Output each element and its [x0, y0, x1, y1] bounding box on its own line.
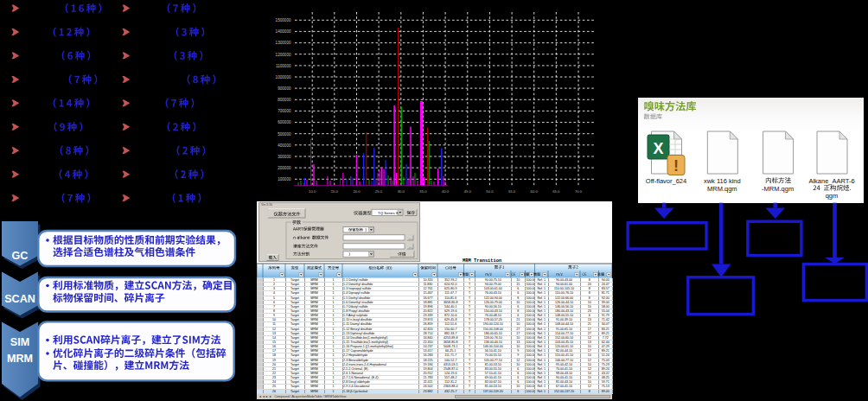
svg-text:55.0: 55.0: [508, 189, 516, 194]
svg-text:40.0: 40.0: [442, 189, 450, 194]
svg-text:200000: 200000: [278, 166, 291, 170]
svg-text:1500000: 1500000: [276, 18, 291, 22]
svg-text:300000: 300000: [278, 155, 291, 159]
svg-text:30.0: 30.0: [398, 189, 405, 194]
svg-text:1400000: 1400000: [276, 29, 291, 34]
svg-text:400000: 400000: [278, 143, 291, 148]
svg-text:600000: 600000: [278, 120, 291, 124]
svg-text:50.0: 50.0: [486, 189, 494, 194]
svg-text:60.0: 60.0: [531, 189, 539, 194]
svg-text:65.0: 65.0: [552, 189, 560, 194]
svg-text:1100000: 1100000: [276, 64, 291, 68]
svg-text:MRM: MRM: [7, 353, 33, 365]
svg-text:500000: 500000: [278, 132, 291, 137]
svg-text:SIM: SIM: [10, 336, 29, 348]
svg-text:...: ...: [409, 245, 412, 249]
svg-text:X: X: [653, 139, 663, 156]
svg-text:SCAN: SCAN: [4, 293, 35, 305]
svg-text:15.0: 15.0: [331, 189, 339, 194]
svg-text:800000: 800000: [278, 98, 291, 102]
svg-text:1200000: 1200000: [276, 53, 291, 57]
svg-text:TQ Series 8: TQ Series 8: [378, 211, 399, 215]
svg-text:70.0: 70.0: [575, 189, 583, 194]
svg-text:1000000: 1000000: [276, 75, 291, 80]
svg-text:!: !: [673, 157, 679, 175]
svg-text:100000: 100000: [278, 177, 291, 181]
svg-text:...: ...: [409, 236, 412, 240]
svg-text:10.0: 10.0: [309, 189, 316, 194]
svg-text:700000: 700000: [278, 109, 291, 113]
svg-text:900000: 900000: [278, 86, 291, 91]
svg-text:1300000: 1300000: [276, 41, 291, 45]
svg-text:25.0: 25.0: [375, 189, 383, 194]
svg-text:GC: GC: [12, 250, 29, 262]
svg-text:MRM Transition: MRM Transition: [463, 258, 501, 264]
svg-text:35.0: 35.0: [419, 189, 427, 194]
svg-text:45.0: 45.0: [464, 189, 472, 194]
svg-text:20.0: 20.0: [353, 189, 361, 194]
